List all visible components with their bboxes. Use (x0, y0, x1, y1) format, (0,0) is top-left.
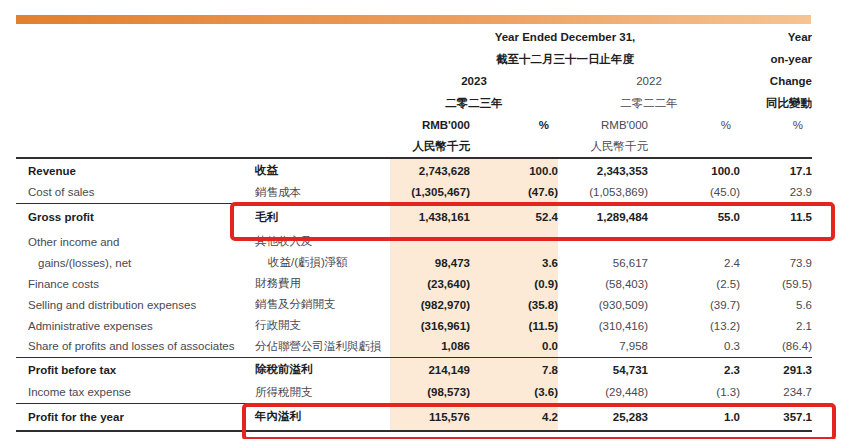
table-row: Other income and其他收入及 (16, 231, 812, 252)
table-row: Finance costs財務費用(23,640)(0.9)(58,403)(2… (16, 273, 812, 294)
pct-2023: (47.6) (470, 182, 558, 203)
table-header: Year Ended December 31, Year 截至十二月三十一日止年… (16, 26, 812, 158)
pct-2023: (11.5) (470, 315, 558, 336)
pct-header-2023: % (470, 114, 558, 136)
yoy-value: 11.5 (740, 203, 812, 231)
row-label-en: Profit before tax (16, 357, 255, 382)
yoy-value: 23.9 (740, 182, 812, 203)
value-2022: (58,403) (558, 273, 648, 294)
value-2022: 2,343,353 (558, 158, 648, 182)
value-2022: 1,289,484 (558, 203, 648, 231)
value-2022: 56,617 (558, 252, 648, 273)
pct-2022: 0.3 (648, 336, 740, 357)
yoy-value: 17.1 (740, 158, 812, 182)
pct-2022: (45.0) (648, 182, 740, 203)
col-header-2022: 2022 (558, 70, 740, 92)
pct-header-yoy: % (740, 114, 812, 136)
yoy-header-zh: 同比變動 (740, 92, 812, 114)
col-header-2022-zh: 二零二二年 (558, 92, 740, 114)
yoy-value: 2.1 (740, 315, 812, 336)
row-label-zh: 除稅前溢利 (255, 357, 390, 382)
value-2022: 54,731 (558, 357, 648, 382)
pct-2023: 4.2 (470, 403, 558, 431)
yoy-value (740, 231, 812, 252)
pct-2022: 2.3 (648, 357, 740, 382)
yoy-value: 357.1 (740, 403, 812, 431)
value-2022: (1,053,869) (558, 182, 648, 203)
table-row: Share of profits and losses of associate… (16, 336, 812, 357)
yoy-value: (59.5) (740, 273, 812, 294)
value-2022: 7,958 (558, 336, 648, 357)
row-label-en: Administrative expenses (16, 315, 255, 336)
value-2022: (930,509) (558, 294, 648, 315)
row-label-en: Cost of sales (16, 182, 255, 203)
row-label-zh: 銷售及分銷開支 (255, 294, 390, 315)
unit-zh-header-2022: 人民幣千元 (558, 136, 648, 158)
table-row: Selling and distribution expenses銷售及分銷開支… (16, 294, 812, 315)
yoy-value: 73.9 (740, 252, 812, 273)
pct-2022: 1.0 (648, 403, 740, 431)
value-2023: 214,149 (390, 357, 470, 382)
value-2023: 1,438,161 (390, 203, 470, 231)
value-2023: (982,970) (390, 294, 470, 315)
value-2023: (98,573) (390, 382, 470, 403)
financial-table: Year Ended December 31, Year 截至十二月三十一日止年… (16, 26, 812, 432)
value-2022 (558, 231, 648, 252)
pct-header-2022: % (648, 114, 740, 136)
value-2022: (310,416) (558, 315, 648, 336)
pct-2023: (3.6) (470, 382, 558, 403)
pct-2023: 52.4 (470, 203, 558, 231)
pct-2022: (1.3) (648, 382, 740, 403)
row-label-zh: 所得稅開支 (255, 382, 390, 403)
value-2022: (29,448) (558, 382, 648, 403)
unit-header-2023: RMB'000 (390, 114, 470, 136)
pct-2022: (2.5) (648, 273, 740, 294)
table-row: Cost of sales銷售成本(1,305,467)(47.6)(1,053… (16, 182, 812, 203)
table-row: Profit before tax除稅前溢利214,1497.854,7312.… (16, 357, 812, 382)
col-header-2023-zh: 二零二三年 (390, 92, 558, 114)
table-row: Gross profit毛利1,438,16152.41,289,48455.0… (16, 203, 812, 231)
unit-zh-header-2023: 人民幣千元 (390, 136, 470, 158)
pct-2022: 2.4 (648, 252, 740, 273)
row-label-en: Other income and (16, 231, 255, 252)
row-label-zh: 收益/(虧損)淨額 (255, 252, 390, 273)
yoy-value: (86.4) (740, 336, 812, 357)
yoy-header-line1: Year (740, 26, 812, 48)
row-label-en: Income tax expense (16, 382, 255, 403)
row-label-zh: 行政開支 (255, 315, 390, 336)
row-label-en: Finance costs (16, 273, 255, 294)
pct-2022: 100.0 (648, 158, 740, 182)
table-row: Revenue收益2,743,628100.02,343,353100.017.… (16, 158, 812, 182)
value-2022: 25,283 (558, 403, 648, 431)
table-body: Revenue收益2,743,628100.02,343,353100.017.… (16, 158, 812, 431)
period-header-zh: 截至十二月三十一日止年度 (390, 48, 740, 70)
table-row: Administrative expenses行政開支(316,961)(11.… (16, 315, 812, 336)
table-row: Profit for the year年內溢利115,5764.225,2831… (16, 403, 812, 431)
row-label-en: Gross profit (16, 203, 255, 231)
row-label-zh: 毛利 (255, 203, 390, 231)
pct-2023: 0.0 (470, 336, 558, 357)
row-label-zh: 財務費用 (255, 273, 390, 294)
value-2023: 115,576 (390, 403, 470, 431)
row-label-en: Revenue (16, 158, 255, 182)
pct-2022: (39.7) (648, 294, 740, 315)
table-row: Income tax expense所得稅開支(98,573)(3.6)(29,… (16, 382, 812, 403)
pct-2022: (13.2) (648, 315, 740, 336)
income-statement: Year Ended December 31, Year 截至十二月三十一日止年… (16, 26, 812, 432)
table-row: gains/(losses), net收益/(虧損)淨額98,4733.656,… (16, 252, 812, 273)
value-2023: 1,086 (390, 336, 470, 357)
pct-2023: 7.8 (470, 357, 558, 382)
row-label-zh: 其他收入及 (255, 231, 390, 252)
pct-2023: (35.8) (470, 294, 558, 315)
value-2023: (316,961) (390, 315, 470, 336)
pct-2023: 100.0 (470, 158, 558, 182)
row-label-zh: 年內溢利 (255, 403, 390, 431)
value-2023 (390, 231, 470, 252)
yoy-value: 234.7 (740, 382, 812, 403)
pct-2023: (0.9) (470, 273, 558, 294)
value-2023: 2,743,628 (390, 158, 470, 182)
yoy-value: 291.3 (740, 357, 812, 382)
unit-header-2022: RMB'000 (558, 114, 648, 136)
value-2023: (1,305,467) (390, 182, 470, 203)
row-label-en: Profit for the year (16, 403, 255, 431)
